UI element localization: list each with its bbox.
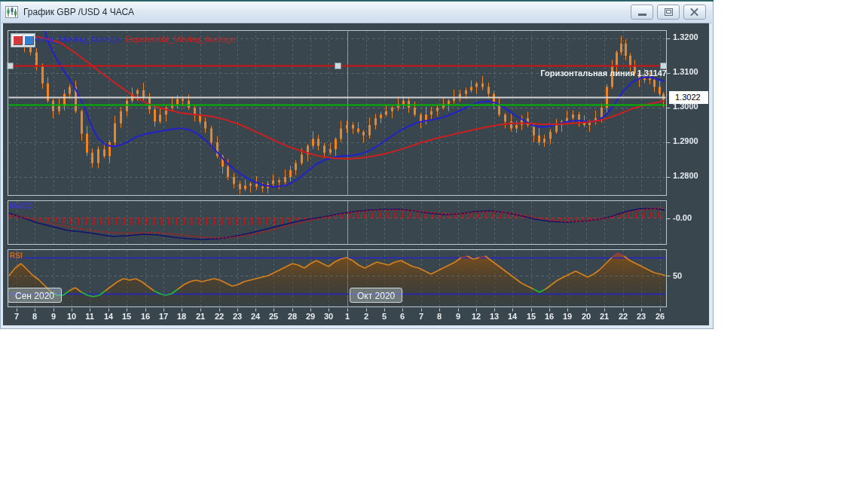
minimize-button[interactable] [631,5,653,20]
minimize-icon [638,14,646,16]
restore-icon [665,8,673,16]
candlestick-chart-icon [5,6,18,18]
chart-window: ential_Moving_Average Exponential_Moving… [0,0,714,329]
chart-canvas[interactable] [0,0,714,329]
window-titlebar[interactable]: График GBP /USD 4 ЧАСА [2,2,712,23]
close-button[interactable] [683,5,706,20]
window-title: График GBP /USD 4 ЧАСА [23,7,134,17]
window-controls [627,5,706,20]
desktop-background: ential_Moving_Average Exponential_Moving… [0,0,868,488]
restore-button[interactable] [657,5,680,20]
